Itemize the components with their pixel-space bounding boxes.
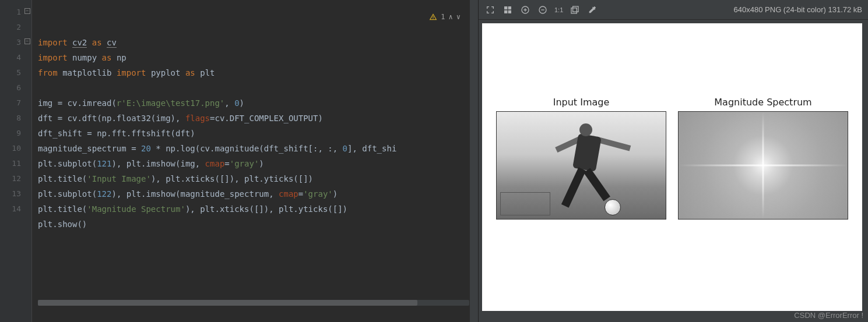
- zoom-actual-size-button[interactable]: 1:1: [554, 6, 563, 13]
- line-number: 2: [0, 20, 31, 35]
- code-line[interactable]: [38, 232, 478, 247]
- line-number-gutter: 1−23−4567891011121314: [0, 0, 32, 322]
- editor-scrollbar-horizontal[interactable]: [38, 300, 469, 306]
- code-line[interactable]: plt.subplot(122), plt.imshow(magnitude_s…: [38, 186, 478, 201]
- line-number: 10: [0, 141, 31, 156]
- code-line[interactable]: magnitude_spectrum = 20 * np.log(cv.magn…: [38, 141, 478, 156]
- warning-count: 1: [441, 9, 445, 24]
- line-number: 7: [0, 95, 31, 111]
- code-line[interactable]: import cv2 as cv: [38, 35, 478, 50]
- subplot-magnitude-spectrum: Magnitude Spectrum: [678, 97, 848, 220]
- watermark-text: CSDN @ErrorError !: [794, 311, 863, 320]
- matplotlib-figure: Input Image Magnitude Spectrum: [482, 23, 862, 311]
- inspection-next-icon[interactable]: ∨: [456, 9, 461, 24]
- code-editor-pane: 1−23−4567891011121314 import cv2 as cvim…: [0, 0, 478, 322]
- spectrum-image-content: [678, 111, 848, 220]
- color-picker-icon[interactable]: [586, 4, 598, 16]
- grid-icon[interactable]: [502, 4, 514, 16]
- image-preview-pane: 1:1 640x480 PNG (24-bit color) 131.72 kB…: [478, 0, 868, 322]
- code-line[interactable]: dft_shift = np.fft.fftshift(dft): [38, 126, 478, 141]
- image-info-label: 640x480 PNG (24-bit color) 131.72 kB: [734, 5, 862, 14]
- preview-canvas[interactable]: Input Image Magnitude Spectrum CSDN @Err…: [479, 20, 868, 322]
- input-image-content: [496, 111, 666, 220]
- code-line[interactable]: img = cv.imread(r'E:\image\test17.png', …: [38, 95, 478, 111]
- code-line[interactable]: plt.title('Input Image'), plt.xticks([])…: [38, 171, 478, 186]
- svg-rect-2: [571, 8, 577, 13]
- code-line[interactable]: plt.title('Magnitude Spectrum'), plt.xti…: [38, 201, 478, 217]
- zoom-in-icon[interactable]: [519, 4, 531, 16]
- svg-rect-3: [573, 6, 578, 12]
- line-number: 1−: [0, 5, 31, 20]
- line-number: 14: [0, 201, 31, 217]
- code-line[interactable]: plt.show(): [38, 217, 478, 232]
- inspection-badge[interactable]: 1 ∧ ∨: [429, 9, 461, 24]
- fit-icon[interactable]: [484, 4, 496, 16]
- line-number: 8: [0, 111, 31, 126]
- warning-icon: [429, 13, 437, 21]
- code-line[interactable]: dft = cv.dft(np.float32(img), flags=cv.D…: [38, 111, 478, 126]
- subplot-title: Magnitude Spectrum: [714, 97, 811, 108]
- fold-marker-icon[interactable]: −: [24, 8, 30, 14]
- line-number: 13: [0, 186, 31, 201]
- line-number: 6: [0, 80, 31, 95]
- inspection-prev-icon[interactable]: ∧: [449, 9, 453, 24]
- code-line[interactable]: [38, 80, 478, 95]
- line-number: 5: [0, 65, 31, 80]
- line-number: 3−: [0, 35, 31, 50]
- subplot-title: Input Image: [553, 97, 610, 108]
- layers-icon[interactable]: [569, 4, 581, 16]
- code-line[interactable]: from matplotlib import pyplot as plt: [38, 65, 478, 80]
- line-number: 11: [0, 156, 31, 171]
- editor-scrollbar-vertical[interactable]: [470, 0, 478, 322]
- line-number: 4: [0, 50, 31, 65]
- fold-marker-icon[interactable]: −: [24, 38, 30, 44]
- code-line[interactable]: plt.subplot(121), plt.imshow(img, cmap='…: [38, 156, 478, 171]
- subplot-input-image: Input Image: [496, 97, 666, 220]
- line-number: 9: [0, 126, 31, 141]
- code-line[interactable]: import numpy as np: [38, 50, 478, 65]
- preview-toolbar: 1:1 640x480 PNG (24-bit color) 131.72 kB: [479, 0, 868, 20]
- line-number: 12: [0, 171, 31, 186]
- zoom-out-icon[interactable]: [537, 4, 549, 16]
- scrollbar-thumb[interactable]: [38, 300, 417, 306]
- code-area[interactable]: import cv2 as cvimport numpy as npfrom m…: [32, 0, 478, 322]
